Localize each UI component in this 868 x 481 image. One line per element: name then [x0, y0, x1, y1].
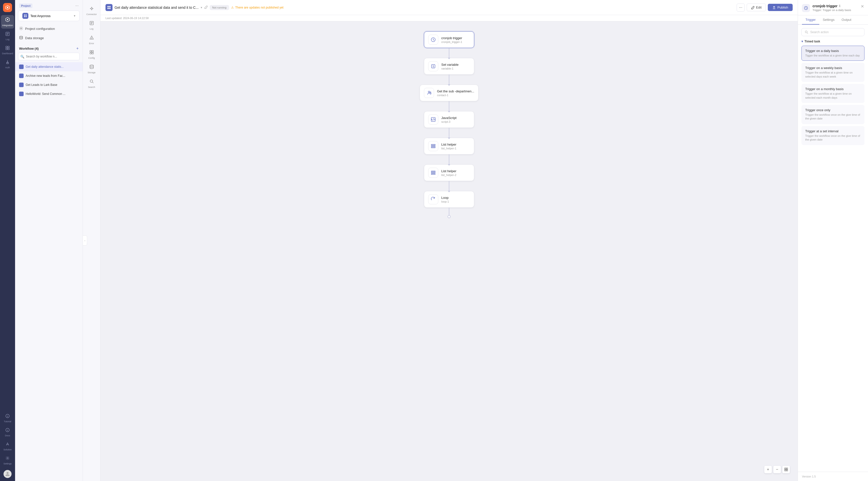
tab-output[interactable]: Output — [838, 15, 855, 25]
workspace-chevron-icon: ▾ — [74, 14, 75, 18]
right-panel-close-button[interactable]: ✕ — [861, 4, 864, 9]
search-tool-icon — [89, 79, 94, 85]
node-title-1: Set variable — [441, 63, 470, 67]
panel-collapse-button[interactable]: ‹ — [83, 235, 87, 246]
search-action-container — [801, 28, 865, 36]
trigger-desc-1: Trigger the workflow at a given time on … — [805, 71, 861, 78]
workflow-dropdown-icon[interactable]: ▾ — [201, 6, 202, 9]
nav-item-dashboard[interactable]: Dashboard — [1, 44, 14, 57]
section-collapse-icon: ▾ — [801, 40, 803, 43]
trigger-title-3: Trigger once only — [805, 108, 861, 112]
tool-error[interactable]: Error — [84, 33, 99, 47]
trigger-card-3[interactable]: Trigger once only Trigger the workflow o… — [801, 105, 865, 124]
nav-integration-label: Integration — [2, 24, 13, 27]
nav-item-log[interactable]: Log — [1, 30, 14, 43]
section-header[interactable]: ▾ Timed task — [801, 40, 865, 43]
workspace-selector[interactable]: Test Anycross ▾ — [18, 10, 80, 21]
nav-log-label: Log — [5, 38, 9, 41]
node-info-0: cronjob trigger cronjob_trigger-1 — [441, 36, 470, 43]
workflow-item-1[interactable]: Archive new leads from Fac... — [15, 71, 83, 80]
node-card-6[interactable]: Loop loop-1 — [424, 191, 474, 207]
tool-config[interactable]: Config — [84, 48, 99, 61]
user-avatar[interactable] — [3, 470, 11, 478]
nav-item-settings[interactable]: Settings — [1, 454, 14, 467]
edit-icon — [751, 6, 754, 9]
nav-item-docs[interactable]: Docs — [1, 426, 14, 439]
workflow-add-button[interactable]: + — [76, 46, 79, 51]
workflow-name-0: Get daily attendance statis... — [26, 65, 79, 68]
project-menu-button[interactable]: ··· — [75, 3, 79, 8]
workflow-icon-0 — [19, 65, 24, 69]
trigger-card-1[interactable]: Trigger on a weekly basis Trigger the wo… — [801, 63, 865, 82]
project-config-item[interactable]: Project configuration — [15, 24, 83, 33]
node-icon-1: $ — [428, 61, 438, 71]
zoom-out-button[interactable]: − — [773, 466, 781, 474]
workflow-item-3[interactable]: HelloWorld: Send Common ... — [15, 89, 83, 98]
topbar: Get daily attendance statistical data an… — [100, 0, 798, 15]
tool-log[interactable]: Log — [84, 19, 99, 32]
node-info-6: Loop loop-1 — [441, 196, 470, 203]
svg-point-20 — [20, 36, 23, 37]
node-card-3[interactable]: JavaScript script-3 — [424, 111, 474, 128]
right-panel-header: cronjob trigger ℹ Trigger: Trigger on a … — [798, 0, 868, 15]
workflow-search-input[interactable] — [18, 53, 80, 60]
workspace-name: Test Anycross — [30, 14, 72, 18]
workflow-icon-2 — [19, 83, 24, 87]
node-card-4[interactable]: List helper list_helper-1 — [424, 138, 474, 154]
node-card-5[interactable]: List helper list_helper-2 — [424, 164, 474, 181]
search-action-input[interactable] — [810, 30, 861, 34]
right-panel-subtitle: Trigger: Trigger on a daily basis — [812, 8, 858, 11]
dashboard-icon — [5, 46, 10, 52]
update-notice-text: There are updates not published yet — [235, 6, 284, 9]
canvas-area[interactable]: cronjob trigger cronjob_trigger-1 $ — [100, 21, 798, 481]
node-info-3: JavaScript script-3 — [441, 116, 470, 123]
connector-2 — [449, 101, 449, 111]
tool-connector[interactable]: Connector — [84, 4, 99, 18]
svg-point-42 — [428, 91, 430, 93]
workflow-search-icon: 🔍 — [20, 55, 24, 59]
nav-item-integration[interactable]: Integration — [1, 15, 14, 29]
node-card-2[interactable]: Get the sub -departmen... contact-1 — [420, 85, 478, 101]
workflow-item-2[interactable]: Get Leads to Lark Base — [15, 80, 83, 89]
zoom-in-button[interactable]: + — [764, 466, 772, 474]
flow-node-5: List helper list_helper-2 — [424, 164, 474, 191]
panel-title-text: cronjob trigger — [812, 4, 838, 8]
node-info-4: List helper list_helper-1 — [441, 142, 470, 150]
trigger-card-0[interactable]: Trigger on a daily basis Tigger the work… — [801, 46, 865, 61]
node-card-1[interactable]: $ Set variable variable-1 — [424, 58, 474, 74]
publish-button[interactable]: Publish — [768, 4, 793, 11]
fit-view-button[interactable] — [782, 466, 790, 474]
topbar-more-button[interactable]: ··· — [737, 3, 745, 11]
tool-search[interactable]: Search — [84, 77, 99, 90]
workflow-edit-name-icon[interactable] — [204, 5, 208, 9]
edit-label: Edit — [756, 5, 762, 9]
workflow-list: Get daily attendance statis... Archive n… — [15, 62, 83, 481]
workflow-item-0[interactable]: Get daily attendance statis... — [15, 62, 83, 71]
connector-0 — [449, 48, 449, 58]
nav-item-solution[interactable]: Solution — [1, 440, 14, 453]
storage-label: Storage — [88, 71, 96, 74]
trigger-title-0: Trigger on a daily basis — [805, 49, 861, 53]
node-card-0[interactable]: cronjob trigger cronjob_trigger-1 — [424, 31, 474, 48]
svg-point-43 — [430, 92, 431, 93]
search-tool-label: Search — [88, 86, 95, 88]
version-footer: Version 1.5 — [798, 472, 868, 481]
version-text: Version 1.5 — [802, 475, 816, 478]
svg-rect-45 — [431, 145, 435, 145]
workflow-name-3: HelloWorld: Send Common ... — [26, 92, 79, 96]
trigger-card-2[interactable]: Trigger on a monthly basis Tigger the wo… — [801, 84, 865, 103]
nav-logo — [3, 3, 12, 12]
svg-rect-8 — [6, 48, 7, 50]
tool-storage[interactable]: Storage — [84, 62, 99, 76]
data-storage-item[interactable]: Data storage — [15, 33, 83, 43]
connector-icon — [89, 6, 94, 12]
trigger-card-4[interactable]: Trigger at a set interval Trigger the wo… — [801, 126, 865, 145]
tab-settings[interactable]: Settings — [819, 15, 838, 25]
edit-button[interactable]: Edit — [747, 3, 766, 11]
auth-icon — [5, 60, 10, 66]
nav-item-auth[interactable]: Auth — [1, 58, 14, 71]
svg-rect-10 — [6, 63, 8, 64]
tab-trigger[interactable]: Trigger — [802, 15, 819, 25]
nav-item-tutorial[interactable]: Tutorial — [1, 412, 14, 425]
right-panel-header-icon — [802, 4, 810, 12]
